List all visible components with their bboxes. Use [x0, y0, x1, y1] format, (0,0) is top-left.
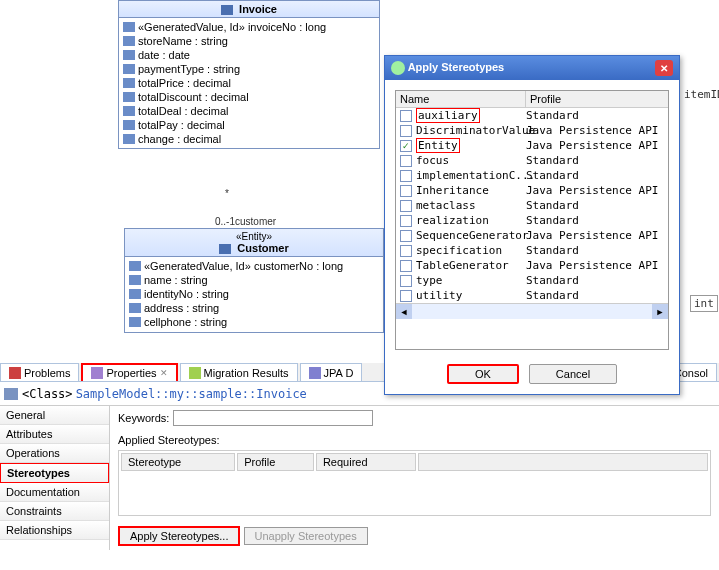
- stereotype-name: Inheritance: [416, 184, 526, 197]
- uml-attribute-row[interactable]: identityNo : string: [127, 287, 381, 301]
- attribute-icon: [123, 120, 135, 130]
- uml-attribute-row[interactable]: «GeneratedValue, Id» customerNo : long: [127, 259, 381, 273]
- uml-class-header: «Entity» Customer: [125, 229, 383, 257]
- col-profile[interactable]: Profile: [526, 91, 668, 107]
- jpa-icon: [309, 367, 321, 379]
- checkbox[interactable]: [400, 125, 412, 137]
- close-button[interactable]: ✕: [655, 60, 673, 76]
- ok-button[interactable]: OK: [447, 364, 519, 384]
- attribute-text: totalPrice : decimal: [138, 77, 231, 89]
- tab-properties[interactable]: Properties ✕: [81, 363, 177, 381]
- stereotype-name: focus: [416, 154, 526, 167]
- stereotype-row[interactable]: DiscriminatorValueJava Persistence API: [396, 123, 668, 138]
- stereotype-name: Entity: [416, 139, 526, 152]
- stereotype-row[interactable]: metaclassStandard: [396, 198, 668, 213]
- close-icon[interactable]: ✕: [160, 368, 168, 378]
- cancel-button[interactable]: Cancel: [529, 364, 617, 384]
- stereotype-name: utility: [416, 289, 526, 302]
- stereotype-name: metaclass: [416, 199, 526, 212]
- stereotype-name: specification: [416, 244, 526, 257]
- properties-nav: General Attributes Operations Stereotype…: [0, 406, 110, 550]
- uml-class-customer[interactable]: «Entity» Customer «GeneratedValue, Id» c…: [124, 228, 384, 333]
- stereotype-profile: Standard: [526, 274, 664, 287]
- stereotype-profile: Java Persistence API: [526, 229, 664, 242]
- scroll-right-icon[interactable]: ►: [652, 304, 668, 319]
- class-icon: [221, 5, 233, 15]
- attribute-text: totalDeal : decimal: [138, 105, 229, 117]
- checkbox[interactable]: [400, 230, 412, 242]
- bg-fragment: int: [690, 295, 718, 312]
- problems-icon: [9, 367, 21, 379]
- keywords-input[interactable]: [173, 410, 373, 426]
- uml-attribute-row[interactable]: totalDeal : decimal: [121, 104, 377, 118]
- nav-relationships[interactable]: Relationships: [0, 521, 109, 540]
- horizontal-scrollbar[interactable]: ◄ ►: [396, 303, 668, 319]
- checkbox[interactable]: [400, 290, 412, 302]
- stereotype-row[interactable]: EntityJava Persistence API: [396, 138, 668, 153]
- uml-class-invoice[interactable]: Invoice «GeneratedValue, Id» invoiceNo :…: [118, 0, 380, 149]
- tab-label: JPA D: [324, 367, 354, 379]
- checkbox[interactable]: [400, 185, 412, 197]
- nav-operations[interactable]: Operations: [0, 444, 109, 463]
- nav-attributes[interactable]: Attributes: [0, 425, 109, 444]
- checkbox[interactable]: [400, 275, 412, 287]
- col-profile[interactable]: Profile: [237, 453, 314, 471]
- nav-stereotypes[interactable]: Stereotypes: [0, 463, 109, 483]
- stereotype-row[interactable]: TableGeneratorJava Persistence API: [396, 258, 668, 273]
- stereotype-row[interactable]: auxiliaryStandard: [396, 108, 668, 123]
- uml-attribute-row[interactable]: cellphone : string: [127, 315, 381, 329]
- apply-stereotypes-button[interactable]: Apply Stereotypes...: [118, 526, 240, 546]
- nav-constraints[interactable]: Constraints: [0, 502, 109, 521]
- uml-attribute-row[interactable]: paymentType : string: [121, 62, 377, 76]
- stereotype-name: SequenceGenerator: [416, 229, 526, 242]
- checkbox[interactable]: [400, 245, 412, 257]
- stereotype-name: type: [416, 274, 526, 287]
- uml-attribute-row[interactable]: name : string: [127, 273, 381, 287]
- stereotype-name: auxiliary: [416, 109, 526, 122]
- nav-general[interactable]: General: [0, 406, 109, 425]
- unapply-stereotypes-button[interactable]: Unapply Stereotypes: [244, 527, 368, 545]
- uml-attribute-row[interactable]: totalPrice : decimal: [121, 76, 377, 90]
- col-stereotype[interactable]: Stereotype: [121, 453, 235, 471]
- checkbox[interactable]: [400, 200, 412, 212]
- dialog-icon: [391, 61, 405, 75]
- stereotype-row[interactable]: implementationC...Standard: [396, 168, 668, 183]
- attribute-icon: [123, 92, 135, 102]
- scroll-left-icon[interactable]: ◄: [396, 304, 412, 319]
- uml-attribute-row[interactable]: date : date: [121, 48, 377, 62]
- checkbox[interactable]: [400, 110, 412, 122]
- properties-icon: [91, 367, 103, 379]
- checkbox[interactable]: [400, 170, 412, 182]
- checkbox[interactable]: [400, 140, 412, 152]
- stereotype-profile: Java Persistence API: [526, 139, 664, 152]
- multiplicity-label: *: [225, 188, 229, 199]
- tab-jpa-details[interactable]: JPA D: [300, 363, 363, 381]
- uml-attribute-row[interactable]: totalDiscount : decimal: [121, 90, 377, 104]
- nav-documentation[interactable]: Documentation: [0, 483, 109, 502]
- checkbox[interactable]: [400, 155, 412, 167]
- stereotype-row[interactable]: focusStandard: [396, 153, 668, 168]
- uml-attribute-row[interactable]: address : string: [127, 301, 381, 315]
- tab-migration-results[interactable]: Migration Results: [180, 363, 298, 381]
- stereotype-row[interactable]: specificationStandard: [396, 243, 668, 258]
- checkbox[interactable]: [400, 260, 412, 272]
- keywords-label: Keywords:: [118, 412, 169, 424]
- stereotype-row[interactable]: utilityStandard: [396, 288, 668, 303]
- col-required[interactable]: Required: [316, 453, 416, 471]
- stereotype-row[interactable]: realizationStandard: [396, 213, 668, 228]
- uml-attribute-row[interactable]: «GeneratedValue, Id» invoiceNo : long: [121, 20, 377, 34]
- col-name[interactable]: Name: [396, 91, 526, 107]
- stereotype-row[interactable]: InheritanceJava Persistence API: [396, 183, 668, 198]
- dialog-title-bar[interactable]: Apply Stereotypes ✕: [385, 56, 679, 80]
- uml-attribute-row[interactable]: storeName : string: [121, 34, 377, 48]
- attribute-text: storeName : string: [138, 35, 228, 47]
- checkbox[interactable]: [400, 215, 412, 227]
- uml-attribute-row[interactable]: change : decimal: [121, 132, 377, 146]
- class-icon: [4, 388, 18, 400]
- stereotype-profile: Standard: [526, 289, 664, 302]
- stereotype-profile: Standard: [526, 109, 664, 122]
- stereotype-row[interactable]: typeStandard: [396, 273, 668, 288]
- uml-attribute-row[interactable]: totalPay : decimal: [121, 118, 377, 132]
- stereotype-row[interactable]: SequenceGeneratorJava Persistence API: [396, 228, 668, 243]
- tab-problems[interactable]: Problems: [0, 363, 79, 381]
